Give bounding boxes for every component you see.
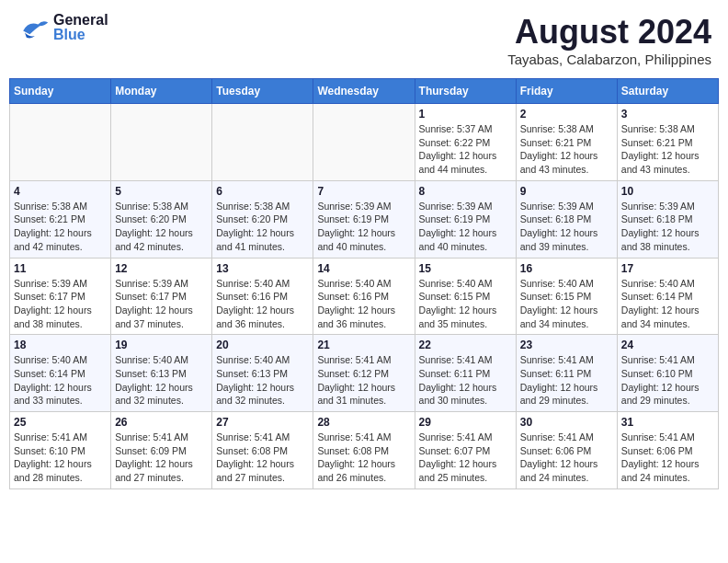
cell-info-text: Sunrise: 5:40 AM Sunset: 6:13 PM Dayligh… — [216, 353, 309, 408]
calendar-cell: 10Sunrise: 5:39 AM Sunset: 6:18 PM Dayli… — [617, 180, 718, 258]
calendar-cell: 9Sunrise: 5:39 AM Sunset: 6:18 PM Daylig… — [516, 180, 617, 258]
cell-info-text: Sunrise: 5:40 AM Sunset: 6:14 PM Dayligh… — [621, 277, 714, 331]
calendar-cell: 7Sunrise: 5:39 AM Sunset: 6:19 PM Daylig… — [313, 180, 415, 258]
calendar-cell: 25Sunrise: 5:41 AM Sunset: 6:10 PM Dayli… — [10, 412, 111, 489]
cell-info-text: Sunrise: 5:39 AM Sunset: 6:19 PM Dayligh… — [419, 200, 512, 254]
calendar-cell: 18Sunrise: 5:40 AM Sunset: 6:14 PM Dayli… — [10, 335, 111, 412]
cell-info-text: Sunrise: 5:37 AM Sunset: 6:22 PM Dayligh… — [419, 122, 512, 177]
weekday-header-saturday: Saturday — [617, 79, 718, 104]
weekday-header-row: SundayMondayTuesdayWednesdayThursdayFrid… — [10, 79, 719, 104]
logo-icon — [17, 14, 50, 41]
cell-day-number: 16 — [520, 262, 613, 275]
cell-day-number: 3 — [621, 108, 714, 121]
cell-info-text: Sunrise: 5:40 AM Sunset: 6:13 PM Dayligh… — [115, 353, 208, 408]
cell-day-number: 29 — [419, 416, 512, 429]
cell-day-number: 21 — [317, 339, 410, 351]
calendar-cell: 20Sunrise: 5:40 AM Sunset: 6:13 PM Dayli… — [212, 335, 313, 412]
cell-info-text: Sunrise: 5:41 AM Sunset: 6:06 PM Dayligh… — [621, 431, 714, 485]
cell-day-number: 22 — [419, 339, 512, 351]
cell-day-number: 24 — [621, 339, 714, 351]
cell-info-text: Sunrise: 5:41 AM Sunset: 6:11 PM Dayligh… — [520, 353, 613, 408]
cell-info-text: Sunrise: 5:41 AM Sunset: 6:08 PM Dayligh… — [216, 431, 309, 485]
calendar-cell: 22Sunrise: 5:41 AM Sunset: 6:11 PM Dayli… — [415, 335, 516, 412]
cell-day-number: 13 — [216, 262, 309, 275]
calendar-subtitle: Tayabas, Calabarzon, Philippines — [507, 52, 711, 67]
calendar-cell: 19Sunrise: 5:40 AM Sunset: 6:13 PM Dayli… — [111, 335, 212, 412]
cell-day-number: 1 — [419, 108, 512, 121]
cell-info-text: Sunrise: 5:38 AM Sunset: 6:21 PM Dayligh… — [14, 200, 107, 254]
calendar-cell: 21Sunrise: 5:41 AM Sunset: 6:12 PM Dayli… — [313, 335, 415, 412]
cell-day-number: 10 — [621, 185, 714, 198]
weekday-header-tuesday: Tuesday — [212, 79, 313, 104]
weekday-header-wednesday: Wednesday — [313, 79, 415, 104]
calendar-week-row: 1Sunrise: 5:37 AM Sunset: 6:22 PM Daylig… — [10, 104, 719, 181]
cell-day-number: 12 — [115, 262, 208, 275]
cell-day-number: 28 — [317, 416, 410, 429]
cell-day-number: 19 — [115, 339, 208, 351]
logo-blue-text: Blue — [53, 28, 108, 42]
cell-day-number: 5 — [115, 185, 208, 198]
cell-day-number: 31 — [621, 416, 714, 429]
weekday-header-monday: Monday — [111, 79, 212, 104]
cell-info-text: Sunrise: 5:40 AM Sunset: 6:15 PM Dayligh… — [419, 277, 512, 331]
calendar-cell: 16Sunrise: 5:40 AM Sunset: 6:15 PM Dayli… — [516, 258, 617, 335]
logo: General Blue — [17, 13, 108, 42]
cell-day-number: 14 — [317, 262, 410, 275]
cell-info-text: Sunrise: 5:40 AM Sunset: 6:15 PM Dayligh… — [520, 277, 613, 331]
cell-info-text: Sunrise: 5:39 AM Sunset: 6:18 PM Dayligh… — [621, 200, 714, 254]
cell-info-text: Sunrise: 5:41 AM Sunset: 6:10 PM Dayligh… — [14, 431, 107, 485]
cell-info-text: Sunrise: 5:41 AM Sunset: 6:11 PM Dayligh… — [419, 353, 512, 408]
cell-day-number: 17 — [621, 262, 714, 275]
calendar-table: SundayMondayTuesdayWednesdayThursdayFrid… — [9, 78, 719, 489]
cell-info-text: Sunrise: 5:39 AM Sunset: 6:18 PM Dayligh… — [520, 200, 613, 254]
cell-info-text: Sunrise: 5:41 AM Sunset: 6:06 PM Dayligh… — [520, 431, 613, 485]
cell-info-text: Sunrise: 5:39 AM Sunset: 6:17 PM Dayligh… — [115, 277, 208, 331]
calendar-cell — [212, 104, 313, 181]
logo-general-text: General — [53, 13, 108, 28]
calendar-cell — [10, 104, 111, 181]
calendar-cell: 2Sunrise: 5:38 AM Sunset: 6:21 PM Daylig… — [516, 104, 617, 181]
cell-info-text: Sunrise: 5:39 AM Sunset: 6:17 PM Dayligh… — [14, 277, 107, 331]
calendar-cell: 6Sunrise: 5:38 AM Sunset: 6:20 PM Daylig… — [212, 180, 313, 258]
calendar-cell: 30Sunrise: 5:41 AM Sunset: 6:06 PM Dayli… — [516, 412, 617, 489]
calendar-cell — [313, 104, 415, 181]
cell-day-number: 25 — [14, 416, 107, 429]
calendar-week-row: 4Sunrise: 5:38 AM Sunset: 6:21 PM Daylig… — [10, 180, 719, 258]
cell-day-number: 7 — [317, 185, 410, 198]
cell-info-text: Sunrise: 5:38 AM Sunset: 6:21 PM Dayligh… — [621, 122, 714, 177]
cell-info-text: Sunrise: 5:39 AM Sunset: 6:19 PM Dayligh… — [317, 200, 410, 254]
cell-day-number: 30 — [520, 416, 613, 429]
calendar-week-row: 18Sunrise: 5:40 AM Sunset: 6:14 PM Dayli… — [10, 335, 719, 412]
calendar-cell: 4Sunrise: 5:38 AM Sunset: 6:21 PM Daylig… — [10, 180, 111, 258]
cell-info-text: Sunrise: 5:38 AM Sunset: 6:20 PM Dayligh… — [115, 200, 208, 254]
cell-day-number: 2 — [520, 108, 613, 121]
calendar-cell: 17Sunrise: 5:40 AM Sunset: 6:14 PM Dayli… — [617, 258, 718, 335]
cell-day-number: 20 — [216, 339, 309, 351]
cell-info-text: Sunrise: 5:40 AM Sunset: 6:16 PM Dayligh… — [317, 277, 410, 331]
calendar-cell: 12Sunrise: 5:39 AM Sunset: 6:17 PM Dayli… — [111, 258, 212, 335]
cell-day-number: 27 — [216, 416, 309, 429]
calendar-cell: 28Sunrise: 5:41 AM Sunset: 6:08 PM Dayli… — [313, 412, 415, 489]
cell-day-number: 23 — [520, 339, 613, 351]
cell-day-number: 8 — [419, 185, 512, 198]
calendar-cell: 27Sunrise: 5:41 AM Sunset: 6:08 PM Dayli… — [212, 412, 313, 489]
weekday-header-friday: Friday — [516, 79, 617, 104]
cell-info-text: Sunrise: 5:41 AM Sunset: 6:09 PM Dayligh… — [115, 431, 208, 485]
calendar-week-row: 11Sunrise: 5:39 AM Sunset: 6:17 PM Dayli… — [10, 258, 719, 335]
calendar-cell: 13Sunrise: 5:40 AM Sunset: 6:16 PM Dayli… — [212, 258, 313, 335]
cell-day-number: 9 — [520, 185, 613, 198]
cell-info-text: Sunrise: 5:41 AM Sunset: 6:10 PM Dayligh… — [621, 353, 714, 408]
calendar-cell: 5Sunrise: 5:38 AM Sunset: 6:20 PM Daylig… — [111, 180, 212, 258]
calendar-cell: 23Sunrise: 5:41 AM Sunset: 6:11 PM Dayli… — [516, 335, 617, 412]
calendar-cell: 29Sunrise: 5:41 AM Sunset: 6:07 PM Dayli… — [415, 412, 516, 489]
calendar-cell: 8Sunrise: 5:39 AM Sunset: 6:19 PM Daylig… — [415, 180, 516, 258]
calendar-cell: 14Sunrise: 5:40 AM Sunset: 6:16 PM Dayli… — [313, 258, 415, 335]
calendar-week-row: 25Sunrise: 5:41 AM Sunset: 6:10 PM Dayli… — [10, 412, 719, 489]
weekday-header-thursday: Thursday — [415, 79, 516, 104]
cell-info-text: Sunrise: 5:41 AM Sunset: 6:08 PM Dayligh… — [317, 431, 410, 485]
calendar-cell: 1Sunrise: 5:37 AM Sunset: 6:22 PM Daylig… — [415, 104, 516, 181]
calendar-cell: 26Sunrise: 5:41 AM Sunset: 6:09 PM Dayli… — [111, 412, 212, 489]
logo-text: General Blue — [53, 13, 108, 42]
cell-day-number: 4 — [14, 185, 107, 198]
cell-info-text: Sunrise: 5:41 AM Sunset: 6:07 PM Dayligh… — [419, 431, 512, 485]
